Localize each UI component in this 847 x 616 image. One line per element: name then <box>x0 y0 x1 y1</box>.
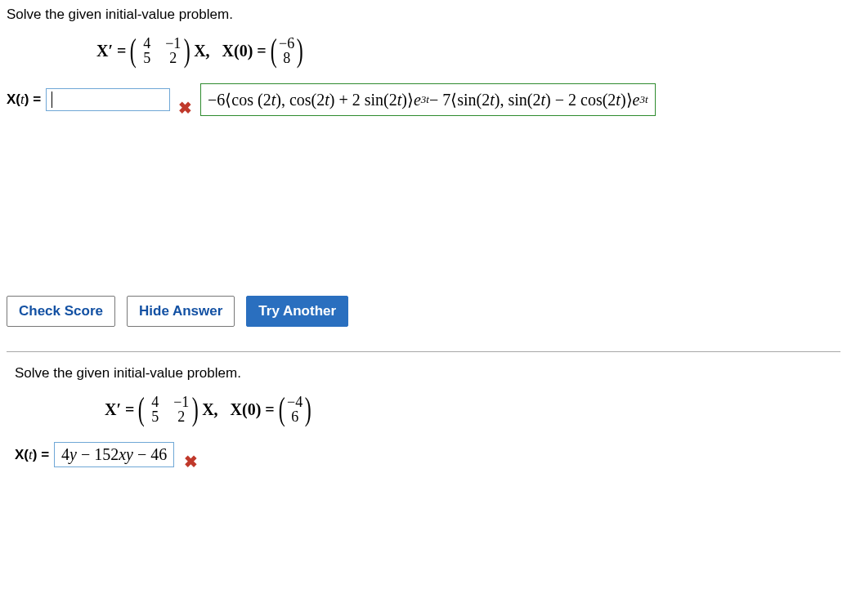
answer-input-1[interactable] <box>46 88 170 111</box>
initial-vector-2: ( −4 6 ) <box>276 393 314 426</box>
action-buttons: Check Score Hide Answer Try Another <box>7 296 840 327</box>
problem2-equation: X′ = ( 4−1 52 ) X, X(0) = ( −4 6 ) <box>105 393 840 426</box>
problem1-answer-row: X(t) = ✖ −6⟨cos (2t ), cos(2t ) + 2 sin(… <box>7 83 840 116</box>
check-score-button[interactable]: Check Score <box>7 296 115 327</box>
hide-answer-button[interactable]: Hide Answer <box>127 296 235 327</box>
problem1-prompt: Solve the given initial-value problem. <box>7 7 840 23</box>
initial-vector: ( −6 8 ) <box>268 34 306 67</box>
answer-label-2: X(t) = <box>15 447 49 463</box>
solution-display: −6⟨cos (2t ), cos(2t ) + 2 sin(2t )⟩e3t … <box>200 83 656 116</box>
problem2-prompt: Solve the given initial-value problem. <box>15 365 840 382</box>
try-another-button[interactable]: Try Another <box>246 296 348 327</box>
answer-label: X(t) = <box>7 92 41 108</box>
eq-mid-2: X, X(0) = <box>202 400 275 419</box>
coefficient-matrix-2: ( 4−1 52 ) <box>136 393 200 426</box>
eq-lhs-2: X′ = <box>105 400 134 419</box>
eq-lhs: X′ = <box>96 42 126 60</box>
wrong-icon-2: ✖ <box>184 452 198 471</box>
answer-input-2[interactable]: 4y − 152xy − 46 <box>54 442 174 467</box>
eq-mid: X, X(0) = <box>194 42 267 60</box>
wrong-icon: ✖ <box>178 98 192 118</box>
problem1-equation: X′ = ( 4−1 52 ) X, X(0) = ( −6 8 ) <box>96 34 840 67</box>
problem2-answer-row: X(t) = 4y − 152xy − 46 ✖ <box>15 442 840 467</box>
divider <box>7 351 840 352</box>
text-cursor <box>52 92 52 108</box>
coefficient-matrix: ( 4−1 52 ) <box>128 34 192 67</box>
